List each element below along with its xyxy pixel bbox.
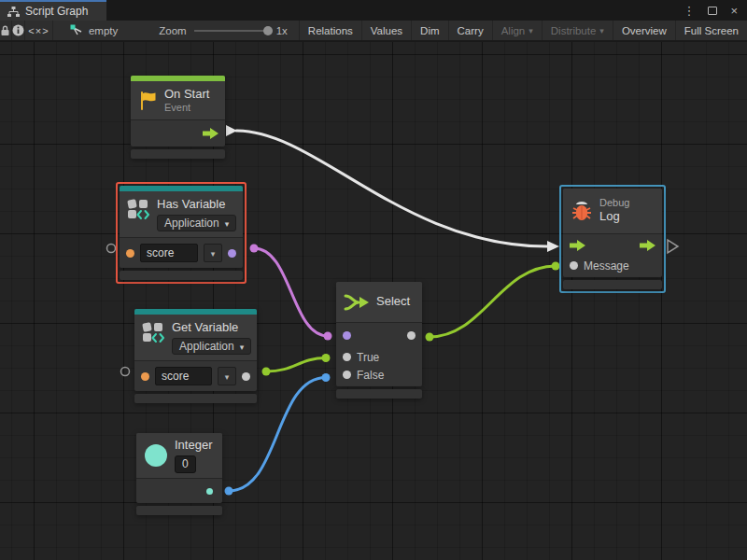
code-brackets-icon: <×> <box>28 25 49 36</box>
maximize-icon[interactable] <box>708 7 717 15</box>
tab-title: Script Graph <box>25 5 88 18</box>
flow-input-port[interactable] <box>570 240 585 251</box>
node-footer <box>131 149 225 159</box>
flow-output-port[interactable] <box>203 128 218 139</box>
variable-name-input-port[interactable] <box>141 372 149 381</box>
integer-value-field[interactable]: 0 <box>175 455 196 473</box>
zoom-slider[interactable] <box>194 30 269 32</box>
wire-cap <box>426 333 434 342</box>
unconnected-port-indicator[interactable] <box>121 368 130 376</box>
wire-cap <box>324 332 332 341</box>
node-get-variable[interactable]: Get Variable Application ▾ score ▾ <box>134 309 257 403</box>
node-title: Log <box>599 209 629 224</box>
merge-icon <box>344 293 370 312</box>
graph-toolbar: <×> empty Zoom 1x Relations Values Dim C… <box>0 21 747 41</box>
variable-scope-dropdown[interactable]: Application ▾ <box>172 338 251 355</box>
selection-label: empty <box>89 25 118 36</box>
integer-output-port[interactable] <box>206 488 213 495</box>
wire-end-arrow <box>547 241 559 252</box>
info-button[interactable] <box>12 21 25 40</box>
chevron-down-icon: ▾ <box>225 219 230 229</box>
selection-output-port[interactable] <box>407 331 416 340</box>
chevron-down-icon: ▾ <box>240 343 245 352</box>
wire-getvariable-to-select-true[interactable] <box>266 358 326 372</box>
false-input-port[interactable] <box>343 371 351 379</box>
zoom-label: Zoom <box>159 25 186 36</box>
window-tab-bar: Script Graph ⋮ × <box>0 0 747 21</box>
wire-cap <box>322 373 331 382</box>
wire-hasvariable-to-select[interactable] <box>254 248 328 336</box>
connection-cursor-icon <box>70 24 84 36</box>
carry-button[interactable]: Carry <box>449 21 493 40</box>
node-footer <box>134 394 257 403</box>
lock-icon <box>0 25 10 36</box>
flow-output-port[interactable] <box>640 240 655 251</box>
node-title: Select <box>376 294 410 309</box>
relations-button[interactable]: Relations <box>300 21 362 40</box>
wire-cap <box>225 487 233 496</box>
wire-onstart-to-log[interactable] <box>236 131 547 246</box>
chevron-down-icon: ▾ <box>529 26 533 35</box>
distribute-button: Distribute ▾ <box>543 21 613 40</box>
window-controls: ⋮ × <box>683 0 747 21</box>
variable-name-dropdown-button[interactable]: ▾ <box>204 244 222 262</box>
info-icon <box>12 24 24 36</box>
variable-name-input-port[interactable] <box>126 249 134 258</box>
chevron-down-icon: ▾ <box>225 372 230 382</box>
condition-input-port[interactable] <box>343 331 351 340</box>
node-title: Get Variable <box>172 320 249 335</box>
node-debug-log[interactable]: Debug Log Message <box>559 185 666 293</box>
lock-button[interactable] <box>0 21 12 40</box>
true-input-port[interactable] <box>343 353 351 361</box>
tab-script-graph[interactable]: Script Graph <box>0 0 106 21</box>
port-label: True <box>357 351 379 364</box>
variable-scope-dropdown[interactable]: Application ▾ <box>157 215 236 231</box>
node-title: On Start <box>164 87 209 102</box>
node-footer <box>120 271 243 280</box>
variable-name-field[interactable]: score <box>155 367 212 385</box>
node-integer[interactable]: Integer 0 <box>136 433 222 515</box>
selection-indicator: empty <box>53 21 131 40</box>
unconnected-port-indicator[interactable] <box>107 245 116 253</box>
node-surtitle: Debug <box>599 197 629 209</box>
node-select[interactable]: Select True False <box>336 282 422 399</box>
code-toggle-button[interactable]: <×> <box>25 21 53 40</box>
variables-icon <box>127 198 150 220</box>
graph-icon <box>7 7 20 17</box>
node-title: Integer <box>175 438 212 453</box>
bug-icon <box>571 201 593 222</box>
wire-cap <box>262 368 271 376</box>
fullscreen-button[interactable]: Full Screen <box>676 21 747 40</box>
flag-icon <box>138 91 158 111</box>
overview-button[interactable]: Overview <box>613 21 676 40</box>
node-title: Has Variable <box>157 197 235 212</box>
bool-output-port[interactable] <box>228 249 236 258</box>
overflow-menu-icon[interactable]: ⋮ <box>683 5 695 17</box>
variable-name-dropdown-button[interactable]: ▾ <box>218 367 236 385</box>
value-output-port[interactable] <box>242 372 250 381</box>
node-footer <box>563 280 662 289</box>
node-on-start[interactable]: On Start Event <box>131 76 225 159</box>
close-icon[interactable]: × <box>730 5 738 17</box>
graph-canvas[interactable]: On Start Event <box>0 42 747 560</box>
dim-button[interactable]: Dim <box>412 21 448 40</box>
message-input-port[interactable] <box>570 261 578 270</box>
node-subtitle: Event <box>164 102 209 114</box>
node-footer <box>336 389 422 399</box>
zoom-slider-knob[interactable] <box>263 26 273 35</box>
node-has-variable[interactable]: Has Variable Application ▾ score ▾ <box>116 182 247 284</box>
port-label: Message <box>584 259 629 273</box>
values-button[interactable]: Values <box>362 21 412 40</box>
variables-icon <box>142 321 165 343</box>
variable-name-field[interactable]: score <box>140 244 198 262</box>
wire-start-arrow <box>226 125 237 136</box>
wire-cap <box>250 245 259 253</box>
unconnected-flow-indicator[interactable] <box>668 240 678 253</box>
wire-cap <box>322 354 331 362</box>
wire-select-to-log-message[interactable] <box>430 266 556 337</box>
integer-circle-icon <box>144 443 168 468</box>
node-footer <box>136 506 222 515</box>
port-label: False <box>357 369 384 382</box>
chevron-down-icon: ▾ <box>211 249 216 259</box>
align-button: Align ▾ <box>493 21 543 40</box>
